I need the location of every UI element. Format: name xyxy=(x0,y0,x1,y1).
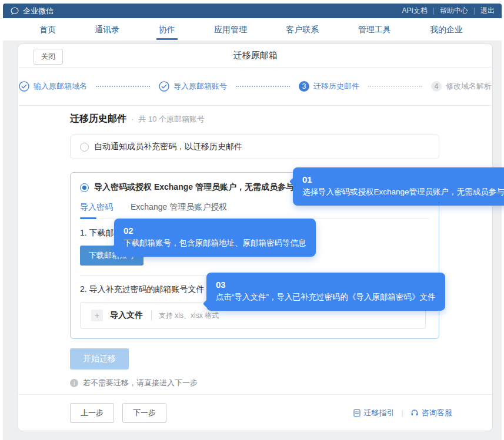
check-icon xyxy=(19,81,29,92)
logout-link[interactable]: 退出 xyxy=(468,6,495,16)
step-number-badge: 3 xyxy=(299,81,309,92)
topbar-links: API文档 帮助中心 退出 xyxy=(402,6,495,16)
radio-unselected[interactable] xyxy=(80,143,89,152)
step-connector xyxy=(236,86,290,87)
nav-item-app-management[interactable]: 应用管理 xyxy=(212,19,249,40)
tooltip-step-01: 01 选择导入密码或授权Exchange管理员账户，无需成员参与 xyxy=(293,167,504,206)
step-label: 导入原邮箱账号 xyxy=(173,81,227,92)
option-label: 自动通知成员补充密码，以迁移历史邮件 xyxy=(94,142,242,152)
topbar: 企业微信 API文档 帮助中心 退出 xyxy=(3,4,502,18)
tooltip-text: 选择导入密码或授权Exchange管理员账户，无需成员参与 xyxy=(302,186,504,199)
logo-text: 企业微信 xyxy=(23,6,54,16)
footer-links: 迁移指引 咨询客服 xyxy=(353,408,452,418)
nav-item-home[interactable]: 首页 xyxy=(37,19,58,40)
footer-buttons: 上一步 下一步 xyxy=(70,403,166,423)
step-label: 迁移历史邮件 xyxy=(313,81,359,92)
section-title: 迁移历史邮件 xyxy=(70,113,126,125)
step-connector xyxy=(96,86,150,87)
step-number-badge: 4 xyxy=(431,81,442,92)
migration-guide-link[interactable]: 迁移指引 xyxy=(353,408,395,418)
wizard-footer: 上一步 下一步 迁移指引 咨询客服 xyxy=(18,394,492,431)
import-format-hint: 支持 xls、xlsx 格式 xyxy=(151,311,219,321)
tooltip-number: 01 xyxy=(302,173,504,186)
info-icon: i xyxy=(70,379,78,387)
chat-bubble-icon xyxy=(10,6,19,16)
tooltip-number: 03 xyxy=(216,278,436,291)
migration-guide-label: 迁移指引 xyxy=(364,408,395,418)
tooltip-text: 下载邮箱账号，包含原邮箱地址、原邮箱密码等信息 xyxy=(124,237,306,250)
radio-selected[interactable] xyxy=(80,183,89,192)
step-label: 修改域名解析 xyxy=(446,81,492,92)
tooltip-step-03: 03 点击“导入文件”，导入已补充过密码的《导入原邮箱密码》文件 xyxy=(206,273,445,311)
contact-support-link[interactable]: 咨询客服 xyxy=(410,408,452,418)
tab-exchange-admin-auth[interactable]: Exchange 管理员账户授权 xyxy=(131,202,227,219)
nav-item-admin-tools[interactable]: 管理工具 xyxy=(356,19,393,40)
migration-wizard-card: 关闭 迁移原邮箱 输入原邮箱域名 导入原邮箱账号 3 迁移历史邮件 xyxy=(18,43,493,431)
step-label: 输入原邮箱域名 xyxy=(34,81,87,92)
previous-step-button[interactable]: 上一步 xyxy=(70,403,114,423)
content-background: 关闭 迁移原邮箱 输入原邮箱域名 导入原邮箱账号 3 迁移历史邮件 xyxy=(3,41,502,440)
section-header: 迁移历史邮件 · 共 10 个原邮箱账号 xyxy=(70,113,492,125)
check-icon xyxy=(159,81,169,92)
contact-support-label: 咨询客服 xyxy=(422,408,452,418)
tooltip-step-02: 02 下载邮箱账号，包含原邮箱地址、原邮箱密码等信息 xyxy=(114,219,316,257)
step-3-migrate-mail: 3 迁移历史邮件 xyxy=(299,81,359,92)
step-1-enter-domain: 输入原邮箱域名 xyxy=(19,81,87,92)
app-logo: 企业微信 xyxy=(10,6,54,16)
import-file-label: 导入文件 xyxy=(110,310,143,321)
skip-note-text: 若不需要迁移，请直接进入下一步 xyxy=(83,378,198,388)
nav-item-contacts[interactable]: 通讯录 xyxy=(92,19,122,40)
page-title: 迁移原邮箱 xyxy=(233,50,278,61)
skip-note: i 若不需要迁移，请直接进入下一步 xyxy=(70,378,492,388)
step-connector xyxy=(368,86,422,87)
account-count: 共 10 个原邮箱账号 xyxy=(138,114,205,125)
nav-item-customer-contact[interactable]: 客户联系 xyxy=(283,19,321,40)
api-docs-link[interactable]: API文档 xyxy=(402,6,427,16)
tooltip-number: 02 xyxy=(124,224,306,237)
step-4-update-dns: 4 修改域名解析 xyxy=(431,81,492,92)
guide-doc-icon xyxy=(353,409,361,417)
tooltip-text: 点击“导入文件”，导入已补充过密码的《导入原邮箱密码》文件 xyxy=(216,291,436,304)
dot-separator: · xyxy=(131,115,133,123)
wizard-header: 关闭 迁移原邮箱 xyxy=(18,44,492,68)
step-indicator: 输入原邮箱域名 导入原邮箱账号 3 迁移历史邮件 4 修改域名解析 xyxy=(18,68,492,106)
headset-icon xyxy=(410,409,419,417)
next-step-button[interactable]: 下一步 xyxy=(122,403,166,423)
option-label: 导入密码或授权 Exchange 管理员账户，无需成员参与 xyxy=(94,182,294,193)
nav-item-collaboration[interactable]: 协作 xyxy=(156,19,178,40)
step-2-import-accounts: 导入原邮箱账号 xyxy=(159,81,227,92)
main-nav: 首页 通讯录 协作 应用管理 客户联系 管理工具 我的企业 xyxy=(3,18,502,41)
close-button[interactable]: 关闭 xyxy=(34,49,63,65)
plus-icon: + xyxy=(91,310,103,321)
option-notify-members[interactable]: 自动通知成员补充密码，以迁移历史邮件 xyxy=(70,135,439,159)
start-migration-button[interactable]: 开始迁移 xyxy=(70,348,129,370)
tab-import-password[interactable]: 导入密码 xyxy=(80,202,113,219)
help-center-link[interactable]: 帮助中心 xyxy=(428,6,468,16)
divider xyxy=(402,408,403,417)
nav-item-my-company[interactable]: 我的企业 xyxy=(428,19,465,40)
